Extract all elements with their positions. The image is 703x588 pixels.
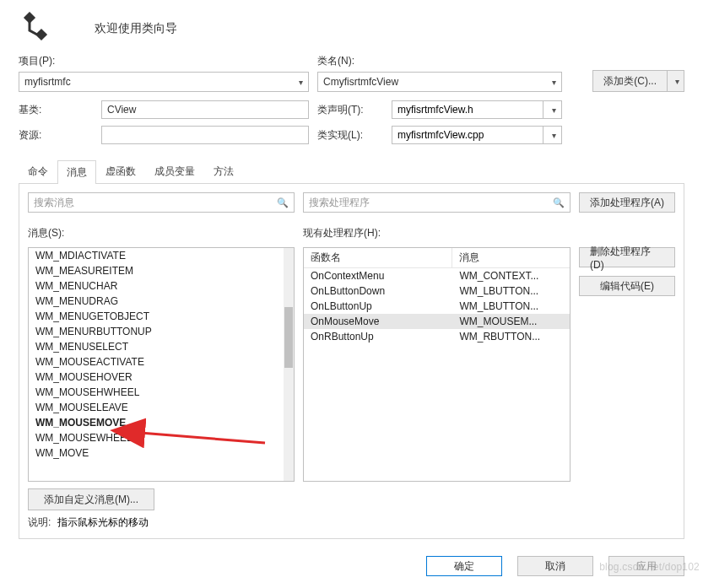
col-func-name: 函数名 bbox=[304, 248, 452, 267]
caret-down-icon: ▾ bbox=[675, 77, 679, 86]
add-handler-button[interactable]: 添加处理程序(A) bbox=[579, 192, 675, 213]
class-name-value: CmyfisrtmfcView bbox=[323, 76, 398, 88]
class-name-combo[interactable]: CmyfisrtmfcView ▾ bbox=[317, 72, 562, 92]
table-row[interactable]: OnRButtonUpWM_RBUTTON... bbox=[304, 329, 570, 344]
cell-func: OnLButtonUp bbox=[304, 299, 452, 313]
tab-1[interactable]: 消息 bbox=[57, 160, 96, 184]
messages-panel: 搜索消息 🔍 搜索处理程序 🔍 添加处理程序(A) 消息(S): 现有处理程序(… bbox=[19, 184, 684, 539]
resource-label: 资源: bbox=[19, 128, 101, 143]
dialog-buttons: 确定 取消 应用 bbox=[0, 546, 703, 576]
tab-strip: 命令消息虚函数成员变量方法 bbox=[19, 159, 684, 184]
resource-field bbox=[101, 126, 309, 144]
search-icon: 🔍 bbox=[553, 197, 565, 208]
description-label: 说明: bbox=[28, 515, 51, 530]
message-item[interactable]: WM_MENURBUTTONUP bbox=[29, 324, 284, 339]
table-row[interactable]: OnLButtonUpWM_LBUTTON... bbox=[304, 299, 570, 314]
add-custom-message-button[interactable]: 添加自定义消息(M)... bbox=[28, 488, 154, 510]
search-messages-input[interactable]: 搜索消息 🔍 bbox=[28, 192, 295, 213]
col-message: 消息 bbox=[452, 248, 570, 267]
tab-3[interactable]: 成员变量 bbox=[145, 159, 204, 183]
search-handlers-placeholder: 搜索处理程序 bbox=[309, 196, 370, 210]
cell-func: OnLButtonDown bbox=[304, 284, 452, 298]
svg-rect-1 bbox=[35, 29, 47, 40]
base-class-label: 基类: bbox=[19, 103, 101, 117]
caret-down-icon: ▾ bbox=[552, 105, 556, 115]
message-item[interactable]: WM_MOUSEMOVE bbox=[29, 415, 284, 430]
add-class-split-button[interactable]: 添加类(C)... ▾ bbox=[592, 70, 684, 92]
wizard-header: 欢迎使用类向导 bbox=[0, 0, 703, 54]
tab-0[interactable]: 命令 bbox=[19, 159, 57, 183]
message-item[interactable]: WM_MDIACTIVATE bbox=[29, 248, 284, 263]
table-row[interactable]: OnMouseMoveWM_MOUSEM... bbox=[304, 314, 570, 329]
cell-msg: WM_MOUSEM... bbox=[452, 315, 570, 328]
class-impl-field[interactable]: myfisrtmfcView.cpp bbox=[392, 126, 543, 144]
project-value: myfisrtmfc bbox=[24, 76, 71, 88]
messages-listbox[interactable]: WM_MDIACTIVATEWM_MEASUREITEMWM_MENUCHARW… bbox=[28, 247, 295, 482]
table-row[interactable]: OnContextMenuWM_CONTEXT... bbox=[304, 268, 570, 283]
search-messages-placeholder: 搜索消息 bbox=[34, 196, 74, 210]
cell-func: OnRButtonUp bbox=[304, 330, 452, 343]
cell-func: OnMouseMove bbox=[304, 315, 452, 328]
project-label: 项目(P): bbox=[19, 54, 309, 68]
class-impl-dropdown[interactable]: ▾ bbox=[543, 126, 562, 144]
message-item[interactable]: WM_MOUSEHOVER bbox=[29, 370, 284, 385]
table-row[interactable]: OnLButtonDownWM_LBUTTON... bbox=[304, 283, 570, 299]
message-item[interactable]: WM_MENUSELECT bbox=[29, 339, 284, 354]
chevron-down-icon: ▾ bbox=[552, 78, 556, 87]
message-item[interactable]: WM_MOUSELEAVE bbox=[29, 400, 284, 415]
table-header: 函数名 消息 bbox=[304, 248, 570, 268]
message-item[interactable]: WM_MEASUREITEM bbox=[29, 263, 284, 278]
search-icon: 🔍 bbox=[277, 197, 289, 208]
message-item[interactable]: WM_MENUCHAR bbox=[29, 278, 284, 294]
scrollbar-thumb[interactable] bbox=[284, 307, 293, 368]
class-decl-dropdown[interactable]: ▾ bbox=[543, 100, 562, 119]
messages-list-label: 消息(S): bbox=[28, 226, 295, 240]
message-item[interactable]: WM_MOVE bbox=[29, 445, 284, 461]
watermark-text: blog.csdn.net/dop102 bbox=[599, 561, 700, 573]
project-combo[interactable]: myfisrtmfc ▾ bbox=[19, 72, 309, 92]
add-class-button[interactable]: 添加类(C)... bbox=[592, 70, 668, 92]
cancel-button[interactable]: 取消 bbox=[517, 556, 593, 576]
delete-handler-button[interactable]: 删除处理程序(D) bbox=[579, 247, 675, 267]
search-handlers-input[interactable]: 搜索处理程序 🔍 bbox=[303, 192, 571, 213]
chevron-down-icon: ▾ bbox=[299, 78, 303, 87]
class-impl-label: 类实现(L): bbox=[317, 128, 392, 143]
class-decl-label: 类声明(T): bbox=[317, 103, 392, 117]
wizard-logo-icon bbox=[15, 12, 49, 46]
handlers-table[interactable]: 函数名 消息 OnContextMenuWM_CONTEXT...OnLButt… bbox=[303, 247, 571, 482]
wizard-title: 欢迎使用类向导 bbox=[95, 21, 177, 36]
scrollbar[interactable] bbox=[284, 248, 294, 481]
edit-code-button[interactable]: 编辑代码(E) bbox=[579, 276, 675, 296]
ok-button[interactable]: 确定 bbox=[426, 556, 502, 576]
cell-func: OnContextMenu bbox=[304, 269, 452, 283]
description-text: 指示鼠标光标的移动 bbox=[57, 515, 149, 530]
message-item[interactable]: WM_MENUGETOBJECT bbox=[29, 309, 284, 324]
message-item[interactable]: WM_MOUSEWHEEL bbox=[29, 430, 284, 445]
cell-msg: WM_RBUTTON... bbox=[452, 330, 570, 343]
cell-msg: WM_LBUTTON... bbox=[452, 299, 570, 313]
message-item[interactable]: WM_MOUSEACTIVATE bbox=[29, 354, 284, 370]
message-item[interactable]: WM_MENUDRAG bbox=[29, 294, 284, 309]
message-item[interactable]: WM_MOUSEHWHEEL bbox=[29, 385, 284, 400]
class-decl-field[interactable]: myfisrtmfcView.h bbox=[392, 100, 543, 119]
base-class-field: CView bbox=[101, 100, 309, 119]
handlers-list-label: 现有处理程序(H): bbox=[303, 226, 567, 240]
tab-2[interactable]: 虚函数 bbox=[96, 159, 145, 183]
add-class-dropdown[interactable]: ▾ bbox=[668, 70, 684, 92]
tab-4[interactable]: 方法 bbox=[204, 159, 243, 183]
cell-msg: WM_CONTEXT... bbox=[452, 269, 570, 283]
cell-msg: WM_LBUTTON... bbox=[452, 284, 570, 298]
class-name-label: 类名(N): bbox=[317, 54, 562, 68]
caret-down-icon: ▾ bbox=[552, 131, 556, 140]
